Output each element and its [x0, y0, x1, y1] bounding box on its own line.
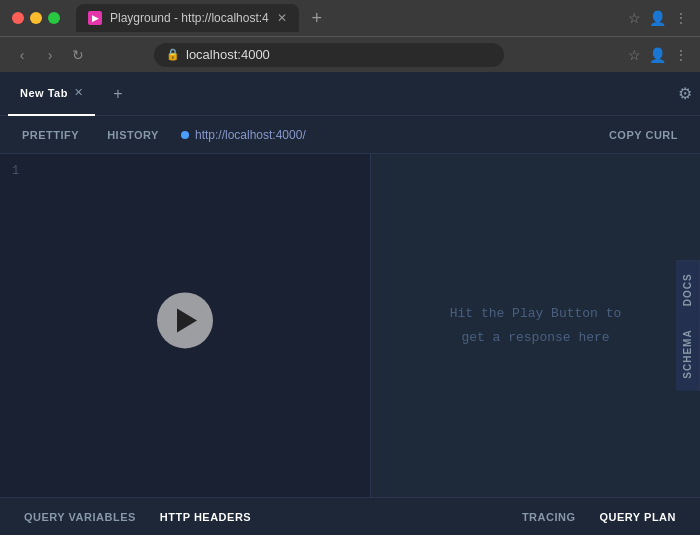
toolbar: PRETTIFY HISTORY http://localhost:4000/ …	[0, 116, 700, 154]
url-status-dot	[181, 131, 189, 139]
tab-new-tab[interactable]: New Tab ✕	[8, 72, 95, 116]
http-headers-tab[interactable]: HTTP HEADERS	[148, 498, 263, 536]
play-icon	[177, 308, 197, 332]
tab-bar: ▶ Playground - http://localhost:4 ✕ +	[76, 4, 620, 32]
minimize-traffic-light[interactable]	[30, 12, 42, 24]
bookmark-star-icon[interactable]: ☆	[628, 47, 641, 63]
bottom-tabs-left: QUERY VARIABLES HTTP HEADERS	[12, 498, 263, 536]
menu-icon[interactable]: ⋮	[674, 10, 688, 26]
copy-curl-button[interactable]: COPY CURL	[595, 116, 692, 154]
browser-tab-active[interactable]: ▶ Playground - http://localhost:4 ✕	[76, 4, 299, 32]
tab-new-tab-label: New Tab	[20, 87, 68, 99]
schema-tab[interactable]: SCHEMA	[676, 318, 700, 391]
close-traffic-light[interactable]	[12, 12, 24, 24]
prettify-button[interactable]: PRETTIFY	[8, 116, 93, 154]
query-variables-tab[interactable]: QUERY VARIABLES	[12, 498, 148, 536]
refresh-button[interactable]: ↻	[68, 47, 88, 63]
title-bar: ▶ Playground - http://localhost:4 ✕ + ☆ …	[0, 0, 700, 36]
browser-window: ▶ Playground - http://localhost:4 ✕ + ☆ …	[0, 0, 700, 72]
settings-icon[interactable]: ⋮	[674, 47, 688, 63]
address-bar-right: ☆ 👤 ⋮	[628, 47, 688, 63]
traffic-lights	[12, 12, 60, 24]
add-tab-button[interactable]: +	[95, 72, 141, 116]
tab-title: Playground - http://localhost:4	[110, 11, 269, 25]
response-placeholder: Hit the Play Button to get a response he…	[450, 302, 622, 349]
new-browser-tab-button[interactable]: +	[303, 4, 331, 32]
editor-panel: 1	[0, 154, 370, 497]
url-display[interactable]: http://localhost:4000/	[195, 128, 306, 142]
tracing-tab[interactable]: TRACING	[510, 498, 588, 536]
tab-favicon: ▶	[88, 11, 102, 25]
response-placeholder-line2: get a response here	[450, 326, 622, 349]
user-icon[interactable]: 👤	[649, 10, 666, 26]
profile-icon[interactable]: 👤	[649, 47, 666, 63]
side-tabs: DOCS SCHEMA	[676, 260, 700, 391]
maximize-traffic-light[interactable]	[48, 12, 60, 24]
bottom-bar: QUERY VARIABLES HTTP HEADERS TRACING QUE…	[0, 497, 700, 535]
line-number-1: 1	[12, 162, 19, 181]
main-area: 1 Hit the Play Button to get a response …	[0, 154, 700, 497]
add-tab-icon: +	[107, 83, 129, 105]
play-button-container	[157, 292, 213, 348]
settings-gear-icon[interactable]: ⚙	[678, 84, 692, 103]
bookmark-icon[interactable]: ☆	[628, 10, 641, 26]
title-bar-right: ☆ 👤 ⋮	[628, 10, 688, 26]
lock-icon: 🔒	[166, 48, 180, 61]
play-button[interactable]	[157, 292, 213, 348]
response-panel: Hit the Play Button to get a response he…	[371, 154, 700, 497]
query-plan-tab[interactable]: QUERY PLAN	[587, 498, 688, 536]
tab-close-button[interactable]: ✕	[277, 12, 287, 24]
response-placeholder-line1: Hit the Play Button to	[450, 302, 622, 325]
back-button[interactable]: ‹	[12, 47, 32, 63]
bottom-tabs-right: TRACING QUERY PLAN	[510, 498, 688, 536]
url-container: http://localhost:4000/	[173, 128, 595, 142]
tab-close-icon[interactable]: ✕	[74, 86, 83, 99]
history-button[interactable]: HISTORY	[93, 116, 173, 154]
address-bar: ‹ › ↻ 🔒 localhost:4000 ☆ 👤 ⋮	[0, 36, 700, 72]
address-input[interactable]: 🔒 localhost:4000	[154, 43, 504, 67]
docs-tab[interactable]: DOCS	[676, 260, 700, 318]
forward-button[interactable]: ›	[40, 47, 60, 63]
address-text: localhost:4000	[186, 47, 270, 62]
app-tabs: New Tab ✕ +	[8, 72, 141, 116]
app-header: New Tab ✕ + ⚙	[0, 72, 700, 116]
app-content: New Tab ✕ + ⚙ PRETTIFY HISTORY http://lo…	[0, 72, 700, 535]
